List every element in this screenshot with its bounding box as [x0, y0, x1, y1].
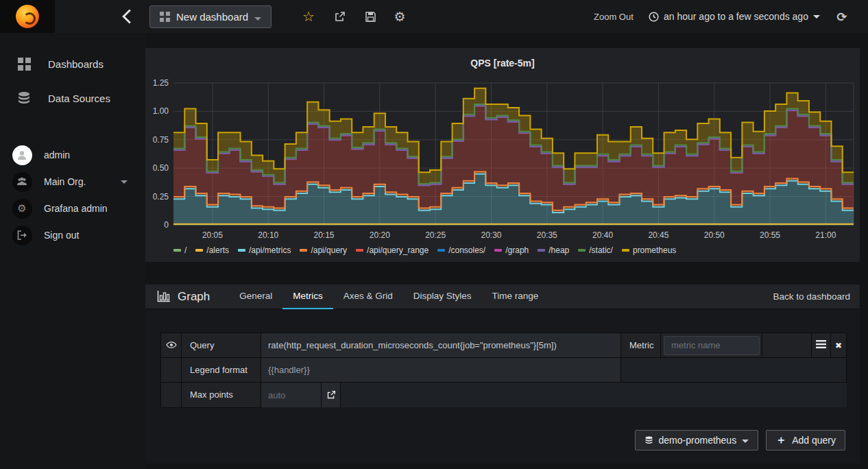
- legend-item[interactable]: /api/query: [300, 245, 347, 255]
- editor-panel-type: Graph: [145, 290, 210, 304]
- organization-icon: [12, 172, 32, 192]
- tab-time-range[interactable]: Time range: [482, 285, 549, 309]
- max-points-label: Max points: [182, 383, 261, 408]
- panel-title[interactable]: QPS [rate-5m]: [145, 48, 860, 71]
- legend-label: /alerts: [206, 245, 229, 255]
- legend-label: /api/query: [311, 245, 347, 255]
- export-icon: [326, 390, 336, 400]
- time-range-label: an hour ago to a few seconds ago: [664, 11, 808, 22]
- max-points-export-button[interactable]: [322, 383, 341, 407]
- legend-item[interactable]: /consoles/: [437, 245, 485, 255]
- svg-text:21:00: 21:00: [815, 230, 836, 240]
- svg-text:1.00: 1.00: [153, 106, 169, 116]
- legend-label: /consoles/: [448, 245, 485, 255]
- sidebar-toggle-chevron-icon[interactable]: [121, 8, 133, 25]
- chevron-down-icon: [121, 180, 128, 184]
- editor-header: Graph GeneralMetricsAxes & GridDisplay S…: [145, 285, 860, 309]
- add-query-button[interactable]: ＋ Add query: [766, 430, 845, 450]
- eye-icon: [166, 341, 177, 348]
- query-editor-table: Query Metric ✖ Legend format: [160, 333, 847, 408]
- legend-item[interactable]: /static/: [578, 245, 613, 255]
- dashboards-icon: [18, 58, 31, 71]
- zoom-out-button[interactable]: Zoom Out: [594, 0, 634, 33]
- save-icon[interactable]: [362, 0, 378, 33]
- metric-input-cell: [661, 333, 762, 358]
- dashboard-title-button[interactable]: New dashboard: [149, 5, 272, 28]
- legend-format-input[interactable]: [261, 358, 620, 382]
- sidebar-item-label: Sign out: [44, 230, 79, 241]
- refresh-icon[interactable]: ⟳: [834, 0, 850, 33]
- datasource-dropdown-button[interactable]: demo-prometheus: [635, 430, 759, 450]
- query-row: Query Metric ✖: [161, 333, 847, 358]
- legend-label: /heap: [548, 245, 569, 255]
- back-to-dashboard-link[interactable]: Back to dashboard: [773, 291, 860, 302]
- sidebar-item-admin[interactable]: admin: [0, 141, 145, 169]
- sidebar-item-sign-out[interactable]: Sign out: [0, 221, 145, 249]
- time-range-picker[interactable]: an hour ago to a few seconds ago: [649, 0, 820, 33]
- legend-label: /graph: [505, 245, 529, 255]
- admin-gear-icon: ⚙: [12, 199, 32, 219]
- chevron-down-icon: [742, 440, 749, 443]
- plus-icon: ＋: [775, 435, 786, 446]
- remove-query-button[interactable]: ✖: [831, 333, 847, 358]
- svg-text:0.50: 0.50: [153, 163, 169, 173]
- svg-text:20:30: 20:30: [481, 230, 501, 240]
- chevron-down-icon: [813, 15, 820, 19]
- legend-color-chip: [356, 249, 363, 252]
- grafana-logo[interactable]: [0, 0, 55, 33]
- editor-actions: demo-prometheus ＋ Add query: [635, 430, 845, 450]
- grafana-logo-icon: [16, 5, 39, 28]
- metric-name-input[interactable]: [664, 336, 760, 355]
- sidebar-item-label: Grafana admin: [44, 203, 108, 214]
- sidebar-item-data-sources[interactable]: Data Sources: [0, 84, 145, 112]
- sidebar-item-label: Data Sources: [48, 93, 110, 104]
- svg-text:1.25: 1.25: [153, 78, 169, 88]
- svg-text:20:25: 20:25: [425, 230, 446, 240]
- query-row-spacer: [762, 333, 812, 358]
- qps-chart-plot[interactable]: 00.250.500.751.001.2520:0520:1020:1520:2…: [145, 73, 860, 244]
- legend-format-input-cell: [261, 358, 621, 383]
- max-points-input[interactable]: [261, 383, 321, 407]
- share-icon[interactable]: [331, 0, 348, 33]
- legend-row-spacer: [621, 358, 847, 383]
- database-icon: [17, 91, 31, 105]
- sidebar-item-grafana-admin[interactable]: ⚙ Grafana admin: [0, 195, 145, 222]
- legend-item[interactable]: /api/metrics: [238, 245, 291, 255]
- sign-out-icon: [12, 226, 32, 245]
- legend-color-chip: [173, 249, 181, 252]
- svg-text:20:15: 20:15: [314, 230, 335, 240]
- star-icon[interactable]: ☆: [300, 0, 317, 33]
- metric-label: Metric: [621, 333, 661, 358]
- grid-icon: [160, 12, 170, 22]
- svg-text:20:55: 20:55: [760, 230, 780, 240]
- legend-label: /api/metrics: [249, 245, 291, 255]
- query-menu-button[interactable]: [812, 333, 831, 358]
- sidebar-item-main-org[interactable]: Main Org.: [0, 168, 145, 195]
- tab-display-styles[interactable]: Display Styles: [403, 285, 482, 309]
- legend-item[interactable]: /api/query_range: [356, 245, 429, 255]
- tab-axes-grid[interactable]: Axes & Grid: [333, 285, 403, 309]
- top-navbar: New dashboard ☆ ⚙ Zoom Out an hour ago t…: [0, 0, 868, 33]
- legend-item[interactable]: /heap: [538, 245, 569, 255]
- legend-item[interactable]: /graph: [494, 245, 529, 255]
- tab-general[interactable]: General: [229, 285, 282, 309]
- legend-format-label: Legend format: [182, 358, 261, 383]
- svg-text:0: 0: [164, 220, 169, 230]
- legend-color-chip: [538, 249, 545, 252]
- sidebar-item-dashboards[interactable]: Dashboards: [0, 50, 145, 77]
- legend-label: /static/: [589, 245, 613, 255]
- tab-metrics[interactable]: Metrics: [282, 285, 333, 309]
- sidebar: Dashboards Data Sources admin Main Org.: [0, 33, 145, 469]
- legend-color-chip: [238, 249, 245, 252]
- toggle-query-visibility-button[interactable]: [161, 333, 182, 358]
- legend-label: /api/query_range: [367, 245, 429, 255]
- legend-item[interactable]: prometheus: [622, 245, 676, 255]
- gear-icon[interactable]: ⚙: [391, 0, 408, 33]
- svg-text:0.25: 0.25: [153, 192, 169, 202]
- legend-color-chip: [494, 249, 502, 252]
- legend-item[interactable]: /: [173, 245, 186, 255]
- legend-color-chip: [195, 249, 203, 252]
- legend-item[interactable]: /alerts: [195, 245, 229, 255]
- add-query-label: Add query: [792, 435, 836, 446]
- query-input[interactable]: [261, 333, 620, 357]
